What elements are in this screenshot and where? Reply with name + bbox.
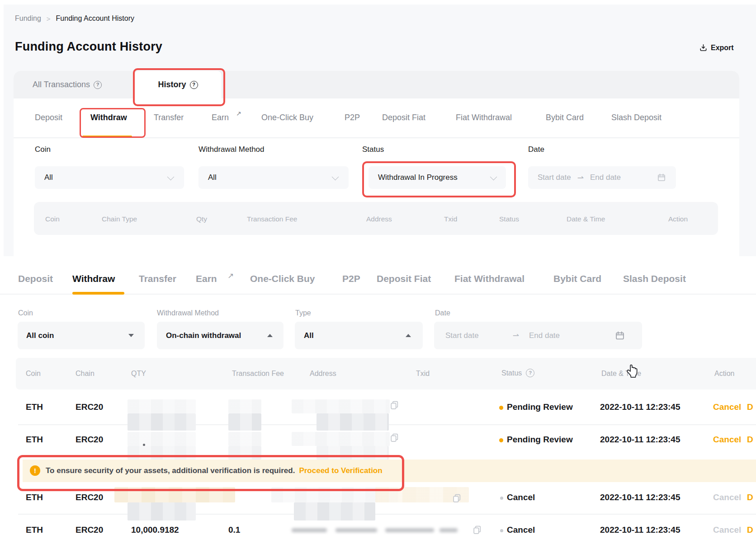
caret-up-icon [267,334,273,337]
subtab-transfer[interactable]: Transfer [154,113,184,122]
filter-label-withdrawal-method: Withdrawal Method [198,145,265,154]
col2-status-wrap: Status ? [501,369,534,377]
tab2-deposit[interactable]: Deposit [18,273,53,284]
tab-history-label: History [158,80,186,89]
col2-txid: Txid [416,370,430,378]
row-datetime: 2022-10-11 12:23:45 [600,525,680,535]
more-action-clipped[interactable]: D [747,525,753,535]
date-range-picker-2[interactable]: Start date ⇀ End date [434,322,642,349]
status-select[interactable]: Withdrawal In Progress [369,166,506,189]
row-status: Pending Review [507,402,573,412]
warning-icon: ! [30,465,40,476]
cancel-action-disabled: Cancel [713,492,741,502]
tab2-earn[interactable]: Earn [196,273,217,284]
subtab-p2p[interactable]: P2P [345,113,360,122]
subtab-deposit[interactable]: Deposit [35,113,62,122]
col2-address: Address [310,370,336,378]
copy-icon[interactable] [390,433,399,442]
subtab-one-click-buy[interactable]: One-Click Buy [261,113,313,122]
row-coin: ETH [26,402,43,412]
row-status: Pending Review [507,435,573,445]
banner-message: To ensure security of your assets, addit… [46,466,295,475]
col-txid: Txid [444,215,457,223]
subtab-withdraw[interactable]: Withdraw [90,113,127,122]
tab2-withdraw[interactable]: Withdraw [72,273,115,284]
subtab-deposit-fiat[interactable]: Deposit Fiat [382,113,425,122]
subtab-earn[interactable]: Earn [212,113,229,122]
question-circle-icon: ? [94,81,102,89]
copy-icon[interactable] [390,400,399,410]
redacted-fee [228,432,261,446]
breadcrumb: Funding > Funding Account History [15,14,134,23]
subtab-slash-deposit[interactable]: Slash Deposit [611,113,662,122]
redacted-address [294,502,375,521]
type-select-2[interactable]: All [295,322,423,349]
coin-select-value: All [44,173,53,182]
col2-chain: Chain [76,370,94,378]
withdrawal-method-select-2[interactable]: On-chain withdrawal [157,322,284,349]
cancel-action[interactable]: Cancel [713,435,741,445]
row-chain: ERC20 [76,492,103,502]
tab2-one-click-buy[interactable]: One-Click Buy [250,273,315,284]
withdraw-active-underline [82,136,132,137]
col-address: Address [366,215,392,223]
download-icon [699,43,708,52]
tab-all-transactions[interactable]: All Transactions ? [33,80,102,89]
question-circle-icon: ? [190,81,198,89]
redacted-txid-text [335,528,377,532]
external-link-icon: ↗ [236,110,241,117]
copy-icon[interactable] [472,525,482,535]
date-range-picker[interactable]: Start date ⇀ End date [528,166,676,189]
tab2-p2p[interactable]: P2P [342,273,360,284]
more-action-clipped[interactable]: D [747,435,753,445]
tab-all-transactions-label: All Transactions [33,80,90,89]
subtab-bybit-card[interactable]: Bybit Card [546,113,584,122]
subtab-fiat-withdrawal[interactable]: Fiat Withdrawal [456,113,512,122]
calendar-icon [615,331,625,341]
redacted-address [292,432,390,446]
withdrawal-method-select[interactable]: All [198,166,349,189]
tab2-slash-deposit[interactable]: Slash Deposit [623,273,686,284]
tab2-transfer[interactable]: Transfer [139,273,176,284]
breadcrumb-funding[interactable]: Funding [15,14,41,23]
subtab-divider [14,137,739,138]
tab2-bybit-card[interactable]: Bybit Card [553,273,601,284]
row-chain: ERC20 [76,435,103,445]
date-range-arrow-icon: ⇀ [513,331,519,340]
coin-select-2[interactable]: All coin [18,322,145,349]
cancel-action[interactable]: Cancel [713,402,741,412]
tab-history[interactable]: History ? [134,71,222,98]
question-circle-icon: ? [526,369,534,377]
coin-select[interactable]: All [35,166,184,189]
export-label: Export [711,44,734,52]
status-dot-pending [499,406,503,410]
filter2-label-date: Date [435,309,450,317]
start-date-placeholder-2: Start date [445,331,479,340]
withdrawal-method-2-value: On-chain withdrawal [166,331,241,340]
copy-icon[interactable] [452,493,462,503]
redacted-address [292,399,390,413]
filter2-label-coin: Coin [18,309,33,317]
redacted-qty [114,487,235,502]
redacted-fee [228,399,261,413]
filter2-label-method: Withdrawal Method [157,309,219,317]
tab2-fiat-withdrawal[interactable]: Fiat Withdrawal [454,273,524,284]
col-action: Action [668,215,688,223]
breadcrumb-separator-icon: > [47,15,51,23]
chevron-down-icon [167,173,175,180]
withdraw2-active-underline [72,292,124,295]
cancel-action-disabled: Cancel [713,525,741,535]
export-button[interactable]: Export [699,43,734,52]
redacted-qty [128,432,196,446]
end-date-placeholder-2: End date [529,331,560,340]
external-link-icon: ↗ [227,271,234,281]
status-select-value: Withdrawal In Progress [378,173,458,182]
proceed-to-verification-link[interactable]: Proceed to Verification [299,466,382,475]
row-coin: ETH [26,492,43,502]
more-action-clipped[interactable]: D [747,492,753,502]
row-status: Cancel [507,492,535,502]
col2-status: Status [501,369,522,377]
more-action-clipped[interactable]: D [747,402,753,412]
row-coin: ETH [26,435,43,445]
tab2-deposit-fiat[interactable]: Deposit Fiat [377,273,431,284]
